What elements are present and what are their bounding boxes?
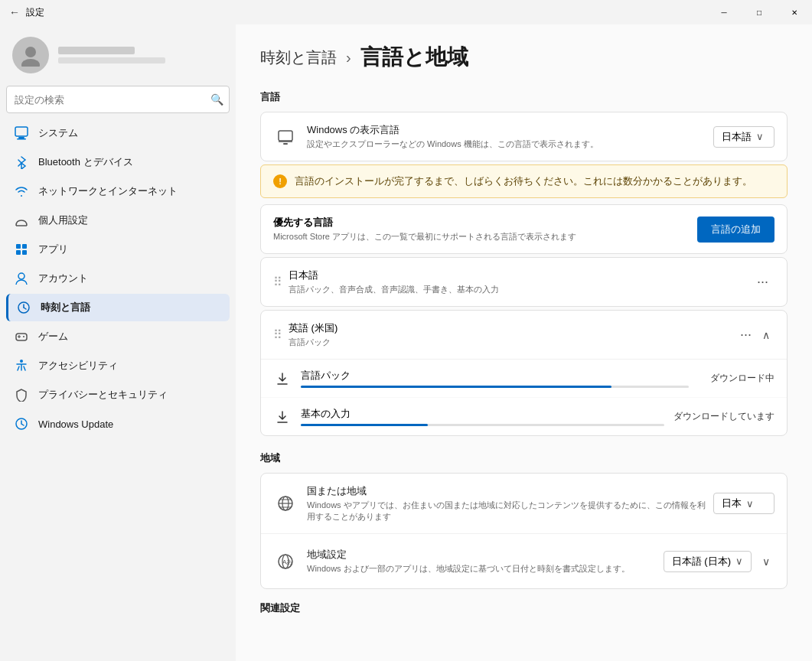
- regional-settings-icon: A あ: [273, 549, 298, 574]
- english-language-row: ⠿ 英語 (米国) 言語パック ··· ∧: [261, 311, 787, 359]
- apps-icon: [14, 242, 29, 257]
- user-name: [58, 47, 135, 54]
- display-language-chevron: ∨: [756, 131, 764, 142]
- svg-rect-7: [22, 244, 27, 249]
- window-title: 設定: [26, 6, 44, 19]
- sidebar-item-windows-update[interactable]: Windows Update: [6, 410, 230, 438]
- main-content: 時刻と言語 › 言語と地域 言語 Window: [236, 24, 812, 661]
- accounts-icon: [14, 271, 29, 286]
- drag-handle-japanese[interactable]: ⠿: [273, 275, 282, 289]
- svg-rect-3: [18, 137, 24, 138]
- user-info: [58, 47, 165, 63]
- sidebar-item-bluetooth-label: Bluetooth とデバイス: [38, 155, 133, 169]
- basic-input-progress: [301, 424, 428, 426]
- regional-setting-label: 地域設定: [307, 548, 664, 562]
- warning-text: 言語のインストールが完了するまで、しばらくお待ちください。これには数分かかること…: [295, 174, 752, 188]
- sidebar-item-time-language-label: 時刻と言語: [41, 301, 90, 314]
- svg-rect-2: [15, 127, 28, 136]
- sidebar-item-accounts[interactable]: アカウント: [6, 265, 230, 292]
- sidebar-item-personalization[interactable]: 個人用設定: [6, 207, 230, 234]
- japanese-name: 日本語: [289, 269, 751, 282]
- svg-text:あ: あ: [286, 558, 292, 565]
- region-globe-icon: [273, 491, 298, 516]
- japanese-language-row: ⠿ 日本語 言語パック、音声合成、音声認識、手書き、基本の入力 ···: [261, 258, 787, 306]
- sidebar-item-network[interactable]: ネットワークとインターネット: [6, 177, 230, 205]
- svg-rect-9: [22, 250, 27, 255]
- display-language-icon: [273, 125, 298, 149]
- user-email: [58, 57, 165, 63]
- breadcrumb-separator: ›: [346, 49, 351, 67]
- svg-point-0: [25, 47, 36, 57]
- sidebar-item-gaming[interactable]: ゲーム: [6, 323, 230, 350]
- japanese-more-button[interactable]: ···: [751, 271, 774, 293]
- svg-point-18: [20, 360, 23, 363]
- preferred-desc: Microsoft Store アプリは、この一覧で最初にサポートされる言語で表…: [273, 231, 697, 243]
- sidebar: 🔍 システム Bluetoo: [0, 24, 236, 661]
- language-pack-progress: [301, 386, 611, 388]
- region-dropdown[interactable]: 日本 ∨: [713, 493, 774, 514]
- english-desc: 言語パック: [289, 337, 734, 348]
- sidebar-item-accounts-label: アカウント: [38, 272, 88, 285]
- display-language-dropdown[interactable]: 日本語 ∨: [713, 126, 774, 148]
- sidebar-item-accessibility[interactable]: アクセシビリティ: [6, 352, 230, 379]
- region-label: 国または地域: [307, 484, 713, 498]
- sidebar-item-personalization-label: 個人用設定: [38, 213, 88, 227]
- english-more-button[interactable]: ···: [734, 324, 758, 346]
- user-section: [6, 24, 230, 86]
- regional-setting-value: 日本語 (日本): [672, 555, 731, 568]
- download-icon-language-pack: [273, 370, 292, 388]
- page-title: 言語と地域: [360, 43, 468, 72]
- svg-point-17: [23, 336, 24, 337]
- sidebar-item-windows-update-label: Windows Update: [38, 418, 113, 430]
- section-related-title: 関連設定: [260, 601, 788, 615]
- back-button[interactable]: ←: [9, 6, 20, 18]
- add-language-button[interactable]: 言語の追加: [697, 217, 774, 243]
- sidebar-item-bluetooth[interactable]: Bluetooth とデバイス: [6, 148, 230, 176]
- language-pack-status: ダウンロード中: [698, 372, 774, 385]
- windows-update-icon: [14, 416, 29, 431]
- avatar: [12, 37, 49, 73]
- svg-rect-20: [279, 131, 292, 141]
- drag-handle-english[interactable]: ⠿: [273, 327, 282, 342]
- maximize-button[interactable]: □: [742, 0, 777, 24]
- accessibility-icon: [14, 358, 29, 373]
- display-language-label: Windows の表示言語: [307, 123, 713, 137]
- privacy-icon: [14, 387, 29, 402]
- regional-setting-expand-button[interactable]: ∨: [758, 552, 774, 571]
- language-pack-row: 言語パック ダウンロード中: [261, 360, 787, 397]
- svg-point-10: [18, 273, 24, 279]
- personalization-icon: [14, 213, 29, 228]
- regional-setting-chevron: ∨: [735, 555, 743, 567]
- display-language-card: Windows の表示言語 設定やエクスプローラーなどの Windows 機能は…: [260, 112, 788, 161]
- display-language-desc: 設定やエクスプローラーなどの Windows 機能は、この言語で表示されます。: [307, 138, 713, 150]
- regional-settings-row: A あ 地域設定 Windows および一部のアプリは、地域設定に基づいて日付と…: [261, 533, 787, 588]
- warning-icon: !: [273, 174, 287, 188]
- search-input[interactable]: [6, 86, 230, 113]
- sidebar-item-privacy[interactable]: プライバシーとセキュリティ: [6, 381, 230, 409]
- section-region-title: 地域: [260, 451, 788, 465]
- network-icon: [14, 184, 29, 199]
- basic-input-label: 基本の入力: [301, 407, 664, 421]
- english-expand-button[interactable]: ∧: [758, 326, 774, 344]
- sidebar-item-privacy-label: プライバシーとセキュリティ: [38, 388, 168, 402]
- svg-rect-22: [283, 143, 288, 145]
- japanese-language-card: ⠿ 日本語 言語パック、音声合成、音声認識、手書き、基本の入力 ···: [260, 257, 788, 307]
- region-chevron: ∨: [746, 498, 754, 510]
- preferred-language-section: 優先する言語 Microsoft Store アプリは、この一覧で最初にサポート…: [260, 204, 788, 254]
- basic-input-row: 基本の入力 ダウンロードしています: [261, 397, 787, 435]
- svg-rect-4: [17, 138, 26, 140]
- sidebar-item-apps[interactable]: アプリ: [6, 236, 230, 263]
- regional-setting-dropdown[interactable]: 日本語 (日本) ∨: [664, 551, 752, 572]
- time-language-icon: [16, 300, 31, 315]
- japanese-desc: 言語パック、音声合成、音声認識、手書き、基本の入力: [289, 284, 751, 295]
- close-button[interactable]: ✕: [777, 0, 812, 24]
- sidebar-item-system[interactable]: システム: [6, 119, 230, 147]
- region-desc: Windows やアプリでは、お住まいの国または地域に対応したコンテンツを提供す…: [307, 500, 713, 523]
- language-pack-label: 言語パック: [301, 369, 689, 383]
- country-region-row: 国または地域 Windows やアプリでは、お住まいの国または地域に対応したコン…: [261, 474, 787, 533]
- sidebar-item-time-language[interactable]: 時刻と言語: [6, 294, 230, 321]
- minimize-button[interactable]: ─: [706, 0, 742, 24]
- system-icon: [14, 125, 29, 141]
- download-icon-basic-input: [273, 408, 292, 426]
- search-icon: 🔍: [210, 93, 223, 106]
